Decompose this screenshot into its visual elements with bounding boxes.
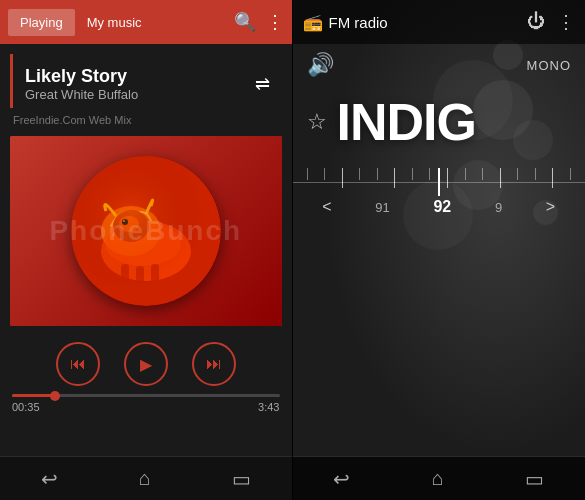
volume-icon[interactable]: 🔊 [307,52,334,78]
fm-more-icon[interactable]: ⋮ [557,11,575,33]
radio-icon: 📻 [303,13,323,32]
back-button-left[interactable]: ↩ [41,467,58,491]
play-icon: ▶ [140,355,152,374]
tick-7 [412,168,413,180]
song-title: Likely Story [25,66,138,87]
tick-11 [482,168,483,180]
tick-16 [570,168,571,180]
tick-6 [394,168,395,188]
recent-button-right[interactable]: ▭ [525,467,544,491]
back-button-right[interactable]: ↩ [333,467,350,491]
tick-15 [552,168,553,188]
tick-12 [500,168,501,188]
tick-2 [324,168,325,180]
next-button[interactable]: ⏭ [192,342,236,386]
song-artist: Great White Buffalo [25,87,138,102]
player-nav: Playing My music 🔍 ⋮ [0,0,292,44]
bottom-nav-left: ↩ ⌂ ▭ [0,456,292,500]
tick-14 [535,168,536,180]
shuffle-icon[interactable]: ⇌ [255,73,270,95]
tick-10 [465,168,466,180]
tick-9 [447,168,448,188]
music-player-panel: Playing My music 🔍 ⋮ Likely Story Great … [0,0,292,500]
fm-content: 📻 FM radio ⏻ ⋮ 🔊 MONO ☆ INDIG [293,0,586,500]
bottom-nav-right: ↩ ⌂ ▭ [293,456,586,500]
tick-8 [429,168,430,180]
freq-92-active: 92 [433,198,451,216]
favorite-icon[interactable]: ☆ [307,109,327,135]
more-icon[interactable]: ⋮ [266,11,284,33]
power-icon[interactable]: ⏻ [527,11,545,33]
fm-status-row: 🔊 MONO [293,44,586,86]
tick-13 [517,168,518,180]
tuner-area: < 91 92 9 > [293,158,586,228]
time-row: 00:35 3:43 [12,401,280,413]
freq-93: 9 [495,200,502,215]
tuner-scale[interactable] [293,168,586,196]
station-name: INDIG [337,92,476,152]
progress-area: 00:35 3:43 [0,394,292,413]
song-text: Likely Story Great White Buffalo [25,66,138,102]
nav-icons: 🔍 ⋮ [234,11,284,33]
tick-3 [342,168,343,188]
progress-fill [12,394,55,397]
station-area: ☆ INDIG [293,86,586,158]
freq-right-button[interactable]: > [546,198,555,216]
progress-track[interactable] [12,394,280,397]
freq-left-button[interactable]: < [322,198,331,216]
playback-controls: ⏮ ▶ ⏭ [0,330,292,394]
song-info: Likely Story Great White Buffalo ⇌ [10,54,282,108]
tick-5 [377,168,378,180]
search-icon[interactable]: 🔍 [234,11,256,33]
fm-radio-panel: 📻 FM radio ⏻ ⋮ 🔊 MONO ☆ INDIG [293,0,586,500]
recent-button-left[interactable]: ▭ [232,467,251,491]
watermark: PhoneBunch [49,215,242,247]
home-button-left[interactable]: ⌂ [139,467,151,490]
freq-91: 91 [375,200,389,215]
play-button[interactable]: ▶ [124,342,168,386]
fm-nav-icons: ⏻ ⋮ [527,11,575,33]
next-icon: ⏭ [206,355,222,373]
tab-playing[interactable]: Playing [8,9,75,36]
total-time: 3:43 [258,401,279,413]
album-art: PhoneBunch [10,136,282,326]
song-source: FreeIndie.Com Web Mix [13,114,282,126]
current-time: 00:35 [12,401,40,413]
fm-title: FM radio [329,14,528,31]
home-button-right[interactable]: ⌂ [432,467,444,490]
progress-dot [50,391,60,401]
tuner-needle [438,168,440,196]
mono-label: MONO [527,58,571,73]
prev-button[interactable]: ⏮ [56,342,100,386]
tab-my-music[interactable]: My music [75,9,154,36]
tick-4 [359,168,360,180]
tuner-freq-row: < 91 92 9 > [293,196,586,218]
fm-nav: 📻 FM radio ⏻ ⋮ [293,0,586,44]
prev-icon: ⏮ [70,355,86,373]
tick-1 [307,168,308,180]
